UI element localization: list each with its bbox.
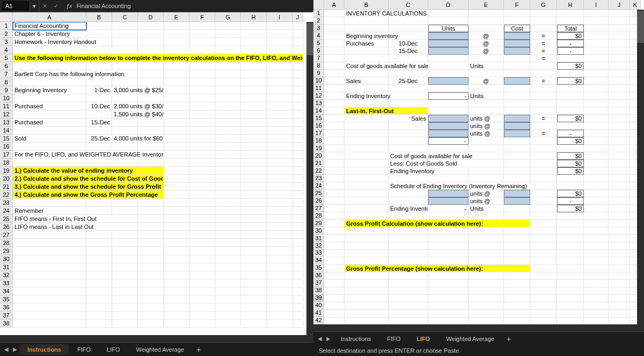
cell[interactable] (389, 197, 428, 205)
cell[interactable] (389, 212, 428, 220)
cell[interactable] (13, 255, 86, 263)
cell[interactable] (584, 122, 609, 130)
cell[interactable] (428, 190, 469, 197)
cell[interactable] (138, 199, 164, 207)
cell[interactable]: Purchases (345, 40, 389, 47)
cell[interactable] (13, 46, 86, 54)
cell[interactable] (164, 86, 189, 94)
cell[interactable] (292, 167, 303, 175)
cell[interactable] (292, 94, 303, 102)
cell[interactable] (584, 257, 609, 265)
row-header[interactable]: 41 (313, 309, 324, 317)
cell[interactable] (241, 143, 267, 151)
cell[interactable] (189, 167, 215, 175)
cell[interactable] (557, 10, 584, 17)
cell[interactable]: @ (469, 40, 504, 47)
cell[interactable] (292, 38, 303, 46)
cell[interactable] (504, 317, 530, 324)
cell[interactable]: $0 (557, 62, 584, 70)
cell[interactable] (469, 272, 504, 280)
cell[interactable] (428, 287, 469, 295)
cell[interactable] (292, 279, 303, 287)
cell[interactable] (428, 70, 469, 77)
cell[interactable] (345, 17, 389, 25)
cell[interactable] (504, 70, 530, 77)
cell[interactable]: = (530, 55, 557, 62)
column-header[interactable]: E (164, 12, 189, 22)
cell[interactable] (324, 107, 345, 115)
cell[interactable] (584, 130, 609, 137)
row-header[interactable]: 19 (0, 167, 13, 175)
cell[interactable] (292, 127, 303, 135)
cell[interactable] (164, 30, 189, 38)
cell[interactable] (530, 242, 557, 250)
cell[interactable] (504, 10, 530, 17)
row-header[interactable]: 6 (313, 47, 324, 55)
cell[interactable] (504, 310, 530, 317)
cell[interactable] (86, 22, 112, 30)
cell[interactable] (112, 247, 138, 255)
row-header[interactable]: 16 (313, 122, 324, 130)
cell[interactable] (86, 239, 112, 247)
cell[interactable] (530, 310, 557, 317)
cell[interactable] (324, 122, 345, 130)
row-header[interactable]: 35 (313, 264, 324, 272)
cell[interactable] (389, 17, 428, 25)
cell[interactable] (530, 137, 557, 145)
cell[interactable] (267, 62, 292, 70)
cell[interactable] (428, 272, 469, 280)
cell[interactable] (345, 152, 389, 160)
cell[interactable] (215, 295, 241, 303)
cell[interactable]: units @ (469, 130, 504, 137)
cell[interactable] (469, 257, 504, 265)
cell[interactable]: Ending Inventory (389, 167, 469, 175)
cell[interactable]: = (530, 32, 557, 40)
cell[interactable] (13, 143, 86, 151)
cell[interactable] (138, 118, 164, 127)
cell[interactable] (267, 86, 292, 94)
cell[interactable]: Units (428, 25, 469, 32)
cell[interactable] (86, 320, 112, 328)
cell[interactable] (164, 263, 189, 271)
cell[interactable] (112, 159, 138, 167)
cell[interactable] (530, 265, 557, 272)
cell[interactable] (86, 287, 112, 295)
cell[interactable] (241, 303, 267, 312)
cell[interactable]: Remember (13, 207, 86, 215)
cell[interactable] (324, 160, 345, 167)
cell[interactable] (292, 247, 303, 255)
cell[interactable] (164, 207, 189, 215)
cell[interactable] (164, 279, 189, 287)
cell[interactable] (324, 175, 345, 182)
cell[interactable] (389, 317, 428, 324)
tab-prev-icon[interactable]: ◀ (316, 336, 324, 342)
row-header[interactable]: 17 (313, 130, 324, 137)
cell[interactable] (557, 257, 584, 265)
add-sheet-icon[interactable]: + (192, 345, 205, 354)
cell[interactable] (584, 100, 609, 107)
cell[interactable]: - (557, 130, 584, 137)
cell[interactable] (267, 151, 292, 159)
row-header[interactable]: 25 (0, 215, 13, 223)
cell[interactable] (267, 295, 292, 303)
cell[interactable] (112, 22, 138, 30)
cell[interactable] (267, 255, 292, 263)
cell[interactable] (267, 22, 292, 30)
cell[interactable]: $0 (557, 32, 584, 40)
cell[interactable] (504, 137, 530, 145)
cell[interactable] (345, 317, 389, 324)
column-header[interactable]: C (389, 0, 428, 10)
cell[interactable]: Cost of goods available for sale (389, 152, 504, 160)
cell[interactable] (215, 110, 241, 118)
cell[interactable] (530, 257, 557, 265)
cell[interactable] (557, 145, 584, 152)
cell[interactable] (609, 190, 630, 197)
row-header[interactable]: 21 (0, 183, 13, 191)
cell[interactable] (324, 55, 345, 62)
cell[interactable] (324, 62, 345, 70)
cell[interactable] (241, 199, 267, 207)
cell[interactable] (189, 175, 215, 183)
cell[interactable]: 10-Dec (86, 102, 112, 110)
cell[interactable] (86, 110, 112, 118)
cell[interactable] (324, 167, 345, 175)
